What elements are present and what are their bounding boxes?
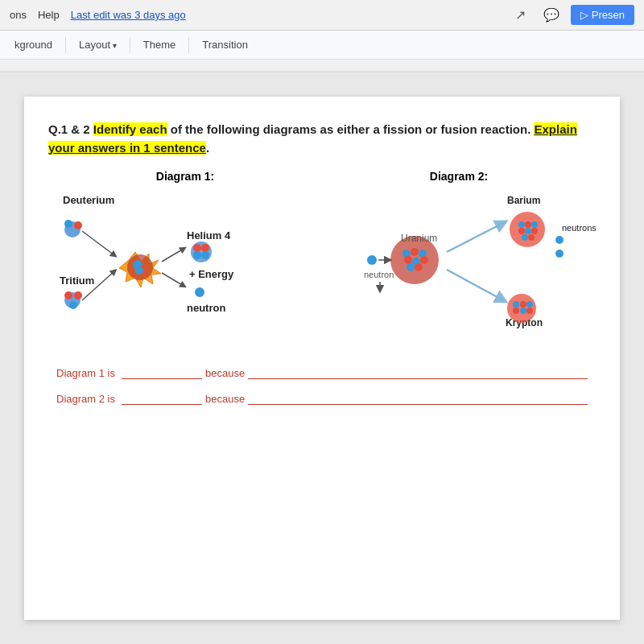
answer1-because: because [205,367,245,379]
svg-point-3 [74,221,82,229]
svg-point-4 [64,220,72,228]
answer2-because: because [205,393,245,405]
last-edit-link: Last edit was 3 days ago [71,9,186,21]
present-icon: ▷ [580,9,588,21]
svg-point-23 [193,251,201,259]
svg-point-26 [195,287,204,297]
trending-icon[interactable]: ↗ [510,4,532,27]
diagram2: Diagram 2: Barium [322,170,596,347]
question-middle: of the following diagrams as either a fi… [167,122,535,136]
svg-point-22 [201,244,209,252]
svg-point-21 [193,244,201,252]
present-label: Presen [592,9,625,21]
layout-button[interactable]: Layout [71,35,125,54]
nav-help[interactable]: Help [38,9,60,21]
svg-line-18 [162,273,184,286]
svg-point-37 [528,234,535,241]
svg-point-7 [74,291,82,299]
svg-text:Uranium: Uranium [401,233,437,244]
svg-text:neutron: neutron [187,302,225,314]
top-bar: ons Help Last edit was 3 days ago ↗ 💬 ▷ … [0,0,644,31]
svg-text:neutrons: neutrons [562,223,596,233]
svg-text:Deuterium: Deuterium [63,194,114,206]
toolbar-divider-2 [130,37,130,53]
background-button[interactable]: kground [6,35,60,54]
svg-point-63 [520,308,526,314]
svg-point-61 [526,301,533,308]
answer1-long-blank[interactable] [248,366,588,379]
svg-point-24 [201,251,209,259]
svg-point-34 [525,228,531,234]
question-highlight1: Identify each [93,122,167,136]
svg-line-41 [447,223,503,252]
diagram1-title: Diagram 1: [48,170,322,183]
svg-line-10 [82,231,114,255]
answer2-blank[interactable] [122,392,202,405]
present-button[interactable]: ▷ Presen [571,5,634,25]
question-prefix: Q.1 & 2 [48,122,93,136]
svg-point-40 [555,250,564,258]
toolbar-divider-1 [65,37,66,53]
comment-icon[interactable]: 💬 [540,4,563,27]
svg-point-60 [520,301,526,308]
svg-point-35 [531,228,538,234]
svg-text:Barium: Barium [507,195,540,206]
diagram1: Diagram 1: Deuterium Tritium [48,170,322,347]
nav-menu: ons Help Last edit was 3 days ago [10,9,186,21]
svg-point-49 [420,256,428,264]
slide-toolbar: kground Layout Theme Transition [0,31,644,60]
svg-point-62 [513,308,519,314]
svg-line-17 [162,249,184,262]
question-text: Q.1 & 2 Identify each of the following d… [48,121,596,157]
toolbar-divider-3 [188,37,189,53]
ruler: // rendered via inline SVG ticks below [0,60,644,72]
svg-point-50 [407,263,415,271]
svg-point-64 [526,308,533,314]
svg-text:+ Energy: + Energy [189,268,234,280]
svg-point-47 [404,256,412,264]
svg-point-32 [531,221,538,228]
theme-button[interactable]: Theme [135,35,184,54]
question-suffix: . [206,141,209,155]
answer1-blank[interactable] [122,366,202,379]
svg-point-51 [415,263,423,271]
svg-point-30 [518,221,525,228]
canvas-area: Q.1 & 2 Identify each of the following d… [0,72,644,644]
transition-button[interactable]: Transition [194,35,256,54]
svg-point-16 [135,266,143,275]
answer-line-2: Diagram 2 is because [56,392,588,405]
diagrams-row: Diagram 1: Deuterium Tritium [48,170,596,347]
fusion-area: Deuterium Tritium [48,189,322,334]
svg-point-8 [64,291,72,299]
svg-text:Helium 4: Helium 4 [187,229,231,242]
svg-point-31 [525,221,531,228]
svg-line-42 [447,270,503,300]
svg-point-36 [522,234,528,241]
answer2-long-blank[interactable] [248,392,588,405]
fission-area: Barium neutrons [322,189,596,334]
answer2-label: Diagram 2 is [56,393,115,405]
nav-ons[interactable]: ons [10,9,27,21]
svg-point-33 [518,228,525,234]
diagram2-title: Diagram 2: [322,170,596,183]
svg-point-45 [411,248,419,256]
top-bar-right: ↗ 💬 ▷ Presen [510,4,634,27]
answer-line-1: Diagram 1 is because [56,366,588,379]
svg-text:neutron: neutron [364,270,394,279]
answer-section: Diagram 1 is because Diagram 2 is becaus… [48,366,596,405]
svg-point-53 [367,255,377,265]
slide: Q.1 & 2 Identify each of the following d… [24,97,620,620]
svg-text:Tritium: Tritium [60,275,94,287]
svg-point-39 [555,236,564,244]
answer1-label: Diagram 1 is [56,367,115,379]
svg-point-59 [513,301,519,308]
top-bar-left: ons Help Last edit was 3 days ago [10,9,186,21]
svg-point-9 [69,301,77,309]
svg-point-20 [191,242,212,262]
